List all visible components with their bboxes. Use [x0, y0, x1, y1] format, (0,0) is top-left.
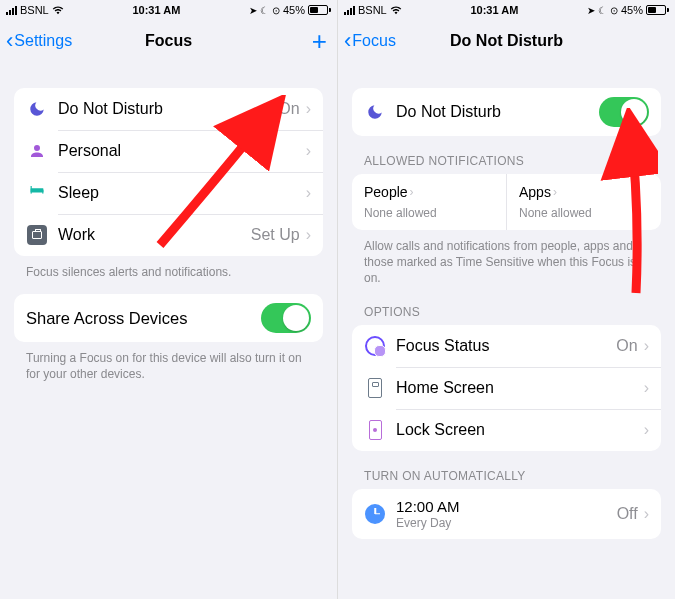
battery-icon: [308, 5, 331, 15]
section-header: ALLOWED NOTIFICATIONS: [352, 136, 661, 174]
bed-icon: [26, 182, 48, 204]
lock-screen-icon: [364, 419, 386, 441]
back-label: Focus: [352, 32, 396, 50]
section-footer: Turning a Focus on for this device will …: [14, 342, 323, 382]
signal-bars-icon: [344, 5, 355, 15]
toggle-dnd[interactable]: [599, 97, 649, 127]
dnd-status-icon: ☾: [260, 5, 269, 16]
row-share-across-devices[interactable]: Share Across Devices: [14, 294, 323, 342]
row-label: Personal: [58, 142, 306, 160]
chevron-right-icon: ›: [306, 184, 311, 202]
carrier-label: BSNL: [20, 4, 49, 16]
row-label: Work: [58, 226, 251, 244]
col-sub: None allowed: [364, 206, 494, 220]
section-header: OPTIONS: [352, 287, 661, 325]
row-label: 12:00 AM: [396, 498, 617, 515]
chevron-right-icon: ›: [306, 142, 311, 160]
svg-rect-2: [42, 190, 43, 194]
chevron-right-icon: ›: [306, 100, 311, 118]
moon-icon: [364, 101, 386, 123]
row-lock-screen[interactable]: Lock Screen ›: [352, 409, 661, 451]
allowed-apps[interactable]: Apps› None allowed: [506, 174, 661, 230]
battery-icon: [646, 5, 669, 15]
row-label: Do Not Disturb: [396, 103, 599, 121]
col-title: Apps: [519, 184, 551, 200]
nav-bar: ‹ Settings Focus +: [0, 20, 337, 62]
chevron-right-icon: ›: [306, 226, 311, 244]
screen-do-not-disturb: BSNL 10:31 AM ➤ ☾ ⊙ 45% ‹ Focus Do Not D…: [337, 0, 675, 599]
row-label: Home Screen: [396, 379, 644, 397]
clock-icon: [364, 503, 386, 525]
row-focus-status[interactable]: Focus Status On ›: [352, 325, 661, 367]
focus-modes-section: Do Not Disturb On › Personal › Sleep ›: [14, 88, 323, 256]
allowed-notifications-section: People› None allowed Apps› None allowed: [352, 174, 661, 230]
row-personal[interactable]: Personal ›: [14, 130, 323, 172]
person-icon: [26, 140, 48, 162]
allowed-people[interactable]: People› None allowed: [352, 174, 506, 230]
row-label: Focus Status: [396, 337, 616, 355]
col-sub: None allowed: [519, 206, 649, 220]
svg-rect-0: [31, 188, 44, 192]
chevron-left-icon: ‹: [6, 30, 13, 52]
alarm-icon: ⊙: [272, 5, 280, 16]
chevron-right-icon: ›: [410, 185, 414, 199]
section-header: TURN ON AUTOMATICALLY: [352, 451, 661, 489]
alarm-icon: ⊙: [610, 5, 618, 16]
nav-bar: ‹ Focus Do Not Disturb: [338, 20, 675, 62]
briefcase-icon: [26, 224, 48, 246]
screen-focus-settings: BSNL 10:31 AM ➤ ☾ ⊙ 45% ‹ Settings Focus…: [0, 0, 337, 599]
row-label: Share Across Devices: [26, 309, 261, 328]
chevron-right-icon: ›: [644, 337, 649, 355]
row-detail: Set Up: [251, 226, 300, 244]
back-button[interactable]: ‹ Focus: [338, 30, 396, 52]
col-title: People: [364, 184, 408, 200]
row-work[interactable]: Work Set Up ›: [14, 214, 323, 256]
battery-pct-label: 45%: [621, 4, 643, 16]
chevron-right-icon: ›: [644, 505, 649, 523]
row-schedule[interactable]: 12:00 AM Every Day Off ›: [352, 489, 661, 539]
home-screen-icon: [364, 377, 386, 399]
share-section: Share Across Devices: [14, 294, 323, 342]
add-focus-button[interactable]: +: [312, 28, 327, 54]
status-bar: BSNL 10:31 AM ➤ ☾ ⊙ 45%: [338, 0, 675, 20]
chevron-left-icon: ‹: [344, 30, 351, 52]
row-do-not-disturb[interactable]: Do Not Disturb On ›: [14, 88, 323, 130]
moon-icon: [26, 98, 48, 120]
carrier-label: BSNL: [358, 4, 387, 16]
dnd-status-icon: ☾: [598, 5, 607, 16]
row-sleep[interactable]: Sleep ›: [14, 172, 323, 214]
location-icon: ➤: [587, 5, 595, 16]
row-dnd-toggle[interactable]: Do Not Disturb: [352, 88, 661, 136]
row-detail: On: [616, 337, 637, 355]
dnd-toggle-section: Do Not Disturb: [352, 88, 661, 136]
battery-pct-label: 45%: [283, 4, 305, 16]
auto-section: 12:00 AM Every Day Off ›: [352, 489, 661, 539]
wifi-icon: [390, 6, 402, 15]
row-detail: On: [278, 100, 299, 118]
signal-bars-icon: [6, 5, 17, 15]
status-time: 10:31 AM: [132, 4, 180, 16]
row-home-screen[interactable]: Home Screen ›: [352, 367, 661, 409]
row-label: Lock Screen: [396, 421, 644, 439]
back-label: Settings: [14, 32, 72, 50]
row-label: Do Not Disturb: [58, 100, 278, 118]
row-label: Sleep: [58, 184, 306, 202]
wifi-icon: [52, 6, 64, 15]
chevron-right-icon: ›: [644, 379, 649, 397]
row-sublabel: Every Day: [396, 516, 617, 530]
back-button[interactable]: ‹ Settings: [0, 30, 72, 52]
options-section: Focus Status On › Home Screen › Lock Scr…: [352, 325, 661, 451]
row-detail: Off: [617, 505, 638, 523]
section-footer: Focus silences alerts and notifications.: [14, 256, 323, 280]
svg-rect-1: [31, 186, 32, 194]
focus-status-icon: [364, 335, 386, 357]
location-icon: ➤: [249, 5, 257, 16]
toggle-share-devices[interactable]: [261, 303, 311, 333]
status-time: 10:31 AM: [470, 4, 518, 16]
section-footer: Allow calls and notifications from peopl…: [352, 230, 661, 287]
status-bar: BSNL 10:31 AM ➤ ☾ ⊙ 45%: [0, 0, 337, 20]
chevron-right-icon: ›: [553, 185, 557, 199]
chevron-right-icon: ›: [644, 421, 649, 439]
